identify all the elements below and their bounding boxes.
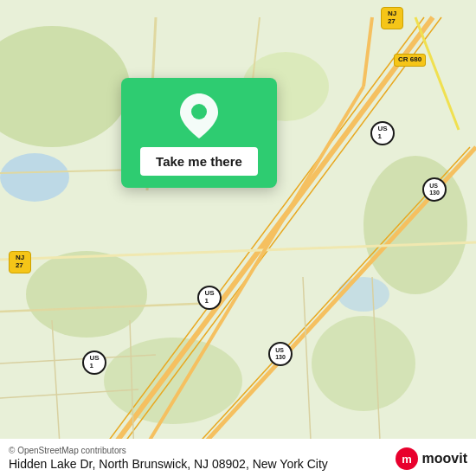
moovit-logo: m moovit	[395, 447, 467, 471]
take-me-there-button[interactable]: Take me there	[140, 147, 258, 176]
svg-point-4	[104, 338, 242, 424]
svg-text:m: m	[402, 453, 412, 466]
svg-point-7	[0, 153, 69, 202]
road-badge-us1-bl: US1	[82, 351, 106, 375]
address-text: Hidden Lake Dr, North Brunswick, NJ 0890…	[9, 457, 328, 471]
svg-point-3	[26, 251, 147, 338]
bottom-bar: © OpenStreetMap contributors Hidden Lake…	[0, 439, 476, 476]
location-card: Take me there	[121, 78, 277, 188]
map-background	[0, 0, 476, 476]
road-badge-cr680: CR 680	[394, 54, 426, 67]
moovit-label: moovit	[422, 451, 467, 466]
road-badge-nj27-left: NJ27	[9, 251, 31, 273]
bottom-info: © OpenStreetMap contributors Hidden Lake…	[9, 446, 328, 471]
road-badge-us1-bottom: US1	[197, 286, 222, 310]
road-badge-us130-bottom: US130	[268, 342, 293, 366]
road-badge-nj27-top: NJ27	[381, 7, 403, 29]
moovit-icon: m	[395, 447, 419, 471]
road-badge-us130-right: US130	[422, 177, 447, 202]
location-pin-icon	[180, 93, 218, 138]
osm-credit: © OpenStreetMap contributors	[9, 446, 328, 455]
svg-point-28	[191, 104, 207, 119]
road-badge-us1-mid: US1	[370, 121, 395, 145]
svg-point-5	[312, 316, 415, 411]
map-container: NJ27 CR 680 US1 US130 NJ27 US1 US1 US130…	[0, 0, 476, 476]
